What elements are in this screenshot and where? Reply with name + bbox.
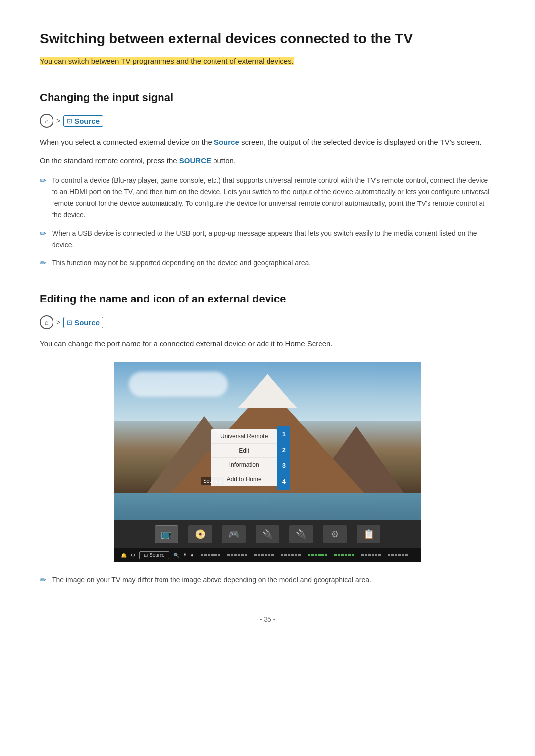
nav-path-2: ⌂ > ⊡ Source bbox=[40, 315, 495, 329]
pencil-icon: ✏ bbox=[40, 575, 46, 585]
pencil-icon: ✏ bbox=[40, 229, 46, 238]
tv-devices-row: 📺 📀 🎮 🔌 🔌 ⚙ 📋 bbox=[114, 520, 421, 548]
taskbar-dots-1 bbox=[201, 554, 220, 556]
source-bold-ref: SOURCE bbox=[179, 156, 211, 165]
water bbox=[114, 493, 421, 520]
page-title: Switching between external devices conne… bbox=[40, 30, 495, 48]
nav-path-1: ⌂ > ⊡ Source bbox=[40, 114, 495, 128]
menu-numbers: 1 2 3 4 bbox=[277, 426, 290, 490]
note-text: To control a device (Blu-ray player, gam… bbox=[52, 175, 495, 220]
note-item-image: ✏ The image on your TV may differ from t… bbox=[40, 574, 495, 586]
device-icon-settings: ⚙ bbox=[323, 525, 347, 543]
note-text: When a USB device is connected to the US… bbox=[52, 228, 495, 251]
source-nav-label-2: Source bbox=[74, 318, 100, 327]
taskbar-dots-5 bbox=[308, 554, 327, 556]
source-nav-box-1: ⊡ Source bbox=[63, 115, 103, 127]
home-icon-1: ⌂ bbox=[40, 114, 54, 128]
source-nav-box-2: ⊡ Source bbox=[63, 317, 103, 328]
section1-body1: When you select a connected external dev… bbox=[40, 136, 495, 149]
taskbar-dots-8 bbox=[388, 554, 408, 556]
menu-item-add-to-home: Add to Home bbox=[211, 472, 277, 486]
device-icon-tv: 📺 bbox=[155, 525, 178, 543]
taskbar-search-icon: 🔍 bbox=[173, 553, 179, 558]
menu-number-1: 1 bbox=[277, 426, 290, 442]
chevron-2: > bbox=[56, 318, 60, 326]
note-item: ✏ When a USB device is connected to the … bbox=[40, 228, 495, 251]
taskbar-settings-icon: ⚙ bbox=[131, 553, 135, 558]
taskbar-dots-4 bbox=[281, 554, 301, 556]
menu-number-2: 2 bbox=[277, 442, 290, 458]
mountain-snow bbox=[238, 374, 297, 408]
note-item: ✏ To control a device (Blu-ray player, g… bbox=[40, 175, 495, 220]
taskbar-source-button: ⊡ Source bbox=[139, 551, 169, 559]
note-text: This function may not be supported depen… bbox=[52, 257, 311, 269]
section2-title: Editing the name and icon of an external… bbox=[40, 293, 495, 305]
menu-items-list: Universal Remote Edit Information Add to… bbox=[211, 429, 277, 486]
tv-taskbar: 🔔 ⚙ ⊡ Source 🔍 ⠿ ● bbox=[114, 548, 421, 562]
menu-item-edit: Edit bbox=[211, 444, 277, 458]
note-text-image: The image on your TV may differ from the… bbox=[52, 574, 371, 586]
taskbar-dots-2 bbox=[227, 554, 247, 556]
device-icon-game: 🎮 bbox=[222, 525, 246, 543]
intro-text: You can switch between TV programmes and… bbox=[40, 57, 294, 65]
tv-screenshot: Sources Universal Remote Edit Informatio… bbox=[114, 362, 421, 562]
source-inline-ref: Source bbox=[214, 138, 239, 146]
pencil-icon: ✏ bbox=[40, 176, 46, 185]
menu-number-3: 3 bbox=[277, 458, 290, 474]
section1-title: Changing the input signal bbox=[40, 91, 495, 104]
section1-notes: ✏ To control a device (Blu-ray player, g… bbox=[40, 175, 495, 269]
section2-notes: ✏ The image on your TV may differ from t… bbox=[40, 574, 495, 586]
tv-screen: Sources Universal Remote Edit Informatio… bbox=[114, 362, 421, 520]
note-item: ✏ This function may not be supported dep… bbox=[40, 257, 495, 269]
menu-number-4: 4 bbox=[277, 474, 290, 490]
page-number: - 35 - bbox=[260, 615, 276, 623]
home-icon-2: ⌂ bbox=[40, 315, 54, 329]
menu-item-universal-remote: Universal Remote bbox=[211, 429, 277, 444]
taskbar-dots-6 bbox=[334, 554, 354, 556]
chevron-1: > bbox=[56, 117, 60, 125]
page-footer: - 35 - bbox=[40, 615, 495, 623]
device-icon-usb2: 🔌 bbox=[289, 525, 313, 543]
device-icon-usb1: 🔌 bbox=[256, 525, 279, 543]
source-nav-label-1: Source bbox=[74, 117, 100, 125]
device-icon-more: 📋 bbox=[357, 525, 380, 543]
taskbar-dots-3 bbox=[254, 554, 274, 556]
pencil-icon: ✏ bbox=[40, 258, 46, 268]
menu-item-information: Information bbox=[211, 458, 277, 472]
device-icon-bluray: 📀 bbox=[188, 525, 212, 543]
taskbar-bell-icon: 🔔 bbox=[121, 553, 127, 558]
section1-body2: On the standard remote control, press th… bbox=[40, 154, 495, 167]
context-menu: Universal Remote Edit Information Add to… bbox=[211, 426, 290, 490]
section2-body1: You can change the port name for a conne… bbox=[40, 337, 495, 350]
taskbar-dots-7 bbox=[361, 554, 381, 556]
